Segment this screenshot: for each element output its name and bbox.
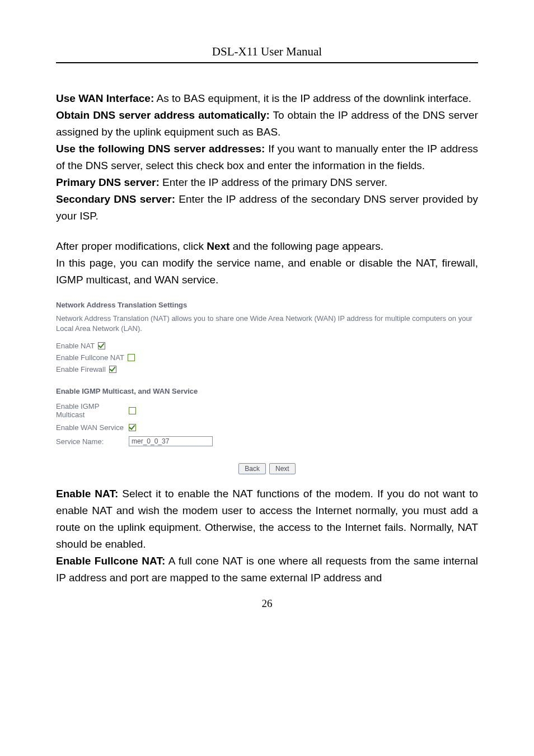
label-enable-wan-service: Enable WAN Service — [56, 423, 129, 432]
label-enable-firewall: Enable Firewall — [56, 365, 106, 374]
label-enable-nat-desc: Enable NAT: — [56, 488, 118, 500]
label-primary-dns: Primary DNS server: — [56, 176, 160, 188]
checkbox-enable-nat[interactable] — [98, 342, 105, 349]
checkbox-enable-igmp-multicast[interactable] — [129, 407, 136, 414]
text-after-bold-next: Next — [207, 240, 229, 252]
embedded-ui-region: Network Address Translation Settings Net… — [56, 301, 478, 474]
text-page-intro: In this page, you can modify the service… — [56, 255, 478, 288]
text-primary-dns: Enter the IP address of the primary DNS … — [160, 176, 387, 188]
text-enable-nat-desc: Select it to enable the NAT functions of… — [56, 488, 478, 550]
doc-running-title: DSL-X11 User Manual — [56, 45, 478, 63]
label-service-name: Service Name: — [56, 437, 129, 446]
back-button[interactable]: Back — [238, 463, 266, 474]
ui-subtitle-igmp-wan: Enable IGMP Multicast, and WAN Service — [56, 387, 478, 395]
label-use-wan-interface: Use WAN Interface: — [56, 92, 154, 104]
checkbox-enable-firewall[interactable] — [109, 366, 116, 373]
next-button[interactable]: Next — [269, 463, 296, 474]
label-obtain-dns: Obtain DNS server address automatically: — [56, 109, 270, 121]
input-service-name[interactable] — [129, 436, 213, 446]
ui-title-nat-settings: Network Address Translation Settings — [56, 301, 478, 309]
body-text-block: Use WAN Interface: As to BAS equipment, … — [56, 90, 478, 288]
body-text-below: Enable NAT: Select it to enable the NAT … — [56, 486, 478, 586]
label-secondary-dns: Secondary DNS server: — [56, 193, 175, 205]
ui-desc-nat: Network Address Translation (NAT) allows… — [56, 314, 478, 334]
label-enable-igmp-multicast: Enable IGMP Multicast — [56, 402, 129, 419]
checkbox-enable-fullcone-nat[interactable] — [128, 354, 135, 361]
label-enable-nat: Enable NAT — [56, 342, 95, 350]
label-enable-fullcone-nat: Enable Fullcone NAT — [56, 353, 124, 362]
text-after-post: and the following page appears. — [229, 240, 383, 252]
text-use-wan-interface: As to BAS equipment, it is the IP addres… — [154, 92, 471, 104]
label-enable-fullcone-desc: Enable Fullcone NAT: — [56, 555, 165, 567]
text-after-pre: After proper modifications, click — [56, 240, 207, 252]
label-use-following-dns: Use the following DNS server addresses: — [56, 143, 265, 155]
checkbox-enable-wan-service[interactable] — [129, 424, 136, 431]
page-number: 26 — [56, 598, 478, 610]
